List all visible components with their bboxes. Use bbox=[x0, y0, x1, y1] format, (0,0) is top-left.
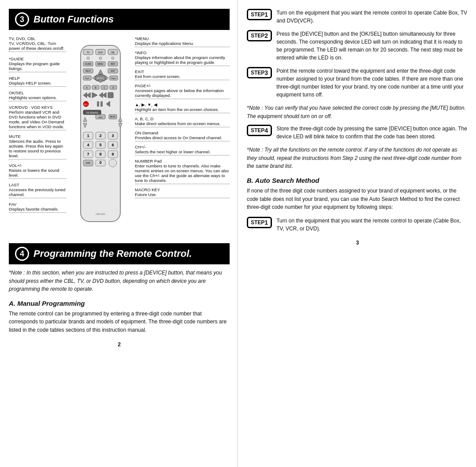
svg-text:5: 5 bbox=[99, 143, 101, 147]
step2-badge: STEP2 bbox=[247, 30, 272, 41]
svg-text:INFO: INFO bbox=[111, 63, 115, 65]
label-abcd: A, B, C, D Make direct selections from o… bbox=[135, 116, 230, 127]
label-oksel: OK/SEL Highlights screen options. bbox=[9, 90, 66, 101]
step1-item: STEP1 Turn on the equipment that you wan… bbox=[247, 9, 468, 25]
label-number-pad: NUMBER Pad Enter numbers to tune to chan… bbox=[135, 159, 230, 184]
label-vol: VOL+/- Raises or lowers the sound level. bbox=[9, 163, 66, 179]
button-functions-diagram: TV, DVD, CBL TV, VCR/DVD, CBL: Turn powe… bbox=[9, 34, 230, 237]
right-button-labels: *MENU Displays the Applications Menu. *I… bbox=[135, 34, 230, 237]
left-panel: 3 Button Functions TV, DVD, CBL TV, VCR/… bbox=[0, 0, 238, 467]
svg-text:ON DEMAND: ON DEMAND bbox=[86, 112, 98, 114]
section4-header: 4 Programming the Remote Control. bbox=[9, 243, 230, 264]
svg-text:DVD: DVD bbox=[98, 51, 103, 54]
step2-text: Press the [DEVICE] button and the [OK/SE… bbox=[276, 30, 468, 62]
label-tv-dvd-cbl: TV, DVD, CBL TV, VCR/DVD, CBL: Turn powe… bbox=[9, 36, 66, 52]
svg-text:REC: REC bbox=[84, 104, 88, 106]
manual-prog-body: The remote control can be programmed by … bbox=[9, 310, 230, 334]
step4-text: Store the three-digit code by pressing t… bbox=[276, 125, 468, 141]
svg-point-7 bbox=[87, 57, 89, 59]
step3-item: STEP3 Point the remote control toward th… bbox=[247, 67, 468, 99]
svg-text:4: 4 bbox=[87, 143, 89, 147]
label-on-demand: ON Demand Provides direct access to On D… bbox=[135, 130, 230, 141]
section3-number: 3 bbox=[15, 12, 29, 26]
label-exit: EXIT Exit from current screen. bbox=[135, 69, 230, 80]
svg-text:FAV: FAV bbox=[86, 162, 90, 164]
step3-badge: STEP3 bbox=[247, 67, 272, 78]
svg-text:1: 1 bbox=[87, 133, 89, 138]
svg-text:6: 6 bbox=[112, 143, 114, 147]
auto-step1-badge: STEP1 bbox=[247, 217, 272, 228]
svg-text:Page+: Page+ bbox=[111, 77, 116, 79]
svg-text:0: 0 bbox=[99, 160, 101, 165]
auto-search-title: B. Auto Search Method bbox=[247, 177, 468, 184]
svg-text:LAST: LAST bbox=[98, 116, 103, 119]
label-arrows: ▲, ▶, ▼, ◀ Highlight an item from the on… bbox=[135, 102, 230, 113]
label-macro: MACRO KEY Future Use. bbox=[135, 187, 230, 198]
svg-text:MENU: MENU bbox=[97, 63, 103, 65]
svg-text:Page-: Page- bbox=[85, 77, 90, 79]
note-after-step3: *Note : You can verify that you have sel… bbox=[247, 104, 468, 120]
svg-text:EXIT: EXIT bbox=[111, 70, 115, 72]
svg-text:C: C bbox=[104, 86, 105, 89]
auto-step1-item: STEP1 Turn on the equipment that you wan… bbox=[247, 217, 468, 233]
label-page: PAGE+/- Accesses pages above or below th… bbox=[135, 83, 230, 99]
right-panel: STEP1 Turn on the equipment that you wan… bbox=[238, 0, 476, 467]
manual-programming-section: A. Manual Programming The remote control… bbox=[9, 300, 230, 334]
svg-text:3: 3 bbox=[112, 133, 114, 138]
svg-text:8: 8 bbox=[99, 152, 101, 156]
svg-text:CBL: CBL bbox=[111, 51, 115, 54]
label-ch: CH+/- Selects the next higher or lower c… bbox=[135, 145, 230, 156]
section3-header: 3 Button Functions bbox=[9, 9, 230, 30]
svg-point-8 bbox=[99, 57, 102, 59]
auto-search-body: If none of the three digit code numbers … bbox=[247, 187, 468, 211]
label-info: *INFO Displays information about the pro… bbox=[135, 50, 230, 66]
svg-rect-46 bbox=[97, 101, 99, 107]
svg-text:GUIDE: GUIDE bbox=[85, 63, 91, 65]
section4-note: *Note : In this section, when you are in… bbox=[9, 269, 230, 293]
label-menu: *MENU Displays the Applications Menu. bbox=[135, 36, 230, 47]
section4-number: 4 bbox=[15, 247, 29, 261]
left-button-labels: TV, DVD, CBL TV, VCR/DVD, CBL: Turn powe… bbox=[9, 34, 66, 237]
section3-title: Button Functions bbox=[33, 14, 114, 25]
svg-text:D: D bbox=[112, 86, 114, 89]
step1-badge: STEP1 bbox=[247, 9, 272, 20]
svg-text:7: 7 bbox=[87, 152, 89, 156]
remote-svg: TV DVD CBL GUIDE MENU INFO HELP bbox=[72, 43, 129, 228]
auto-step1-text: Turn on the equipment that you want the … bbox=[276, 217, 468, 233]
svg-text:UR5-SR3: UR5-SR3 bbox=[96, 213, 105, 215]
svg-point-82 bbox=[109, 159, 117, 167]
svg-text:9: 9 bbox=[112, 152, 114, 156]
svg-rect-43 bbox=[108, 93, 113, 98]
label-guide: *GUIDE Displays the program guide listin… bbox=[9, 56, 66, 72]
svg-text:HELP: HELP bbox=[86, 70, 91, 72]
svg-rect-47 bbox=[100, 101, 103, 107]
step2-item: STEP2 Press the [DEVICE] button and the … bbox=[247, 30, 468, 62]
svg-text:2: 2 bbox=[99, 133, 101, 138]
label-vcr-dvd: VCR/DVD · VOD KEYS Perform standard VCR … bbox=[9, 105, 66, 130]
section4-title: Programming the Remote Control. bbox=[33, 248, 192, 259]
svg-point-9 bbox=[112, 57, 114, 59]
manual-prog-title: A. Manual Programming bbox=[9, 300, 230, 307]
step1-text: Turn on the equipment that you want the … bbox=[276, 9, 468, 25]
label-last: LAST Accesses the previously tuned chann… bbox=[9, 182, 66, 198]
step4-badge: STEP4 bbox=[247, 125, 272, 136]
note-after-step4: *Note : Try all the functions on the rem… bbox=[247, 146, 468, 170]
label-help: HELP Displays HELP screen. bbox=[9, 76, 66, 87]
left-page-number: 2 bbox=[9, 341, 230, 348]
step3-text: Point the remote control toward the equi… bbox=[276, 67, 468, 99]
svg-text:MUTE: MUTE bbox=[110, 116, 116, 118]
step4-item: STEP4 Store the three-digit code by pres… bbox=[247, 125, 468, 141]
label-mute: MUTE Silences the audio. Press to activa… bbox=[9, 134, 66, 159]
right-page-number: 3 bbox=[247, 240, 468, 246]
label-fav: FAV Displays favorite channels. bbox=[9, 202, 66, 213]
svg-text:TV: TV bbox=[87, 51, 90, 54]
remote-control-image: TV DVD CBL GUIDE MENU INFO HELP bbox=[70, 34, 131, 237]
